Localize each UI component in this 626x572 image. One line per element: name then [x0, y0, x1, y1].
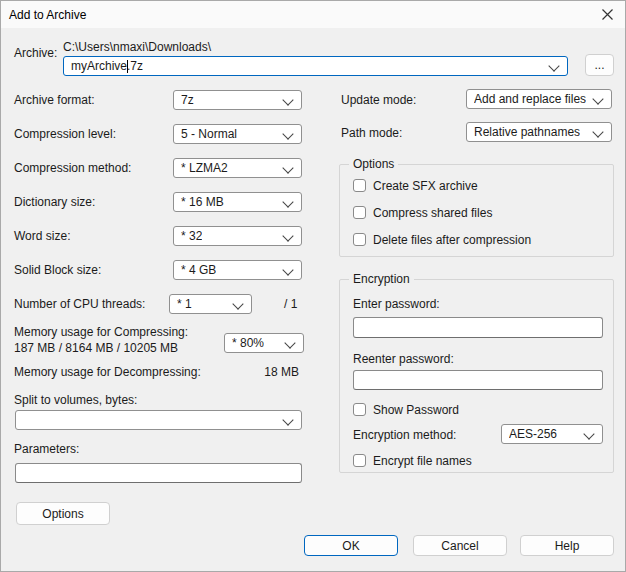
solid-block-size-label: Solid Block size: — [14, 263, 101, 277]
options-group-title: Options — [349, 157, 398, 171]
chevron-down-icon — [282, 230, 293, 241]
cpu-threads-value: * 1 — [177, 297, 192, 311]
encryption-method-label: Encryption method: — [353, 428, 456, 442]
ok-button-label: OK — [342, 539, 359, 553]
split-volumes-label: Split to volumes, bytes: — [14, 393, 137, 407]
memory-compress-label: Memory usage for Compressing: — [14, 325, 188, 339]
cpu-threads-label: Number of CPU threads: — [14, 297, 145, 311]
split-volumes-combobox[interactable] — [15, 410, 302, 430]
checkbox-icon — [353, 206, 366, 219]
memory-decompress-label: Memory usage for Decompressing: — [14, 365, 201, 379]
create-sfx-label: Create SFX archive — [373, 179, 478, 193]
cancel-button[interactable]: Cancel — [413, 535, 507, 556]
memory-compress-select[interactable]: * 80% — [224, 333, 304, 353]
checkbox-compress-shared[interactable]: Compress shared files — [353, 205, 492, 220]
reenter-password-label: Reenter password: — [353, 352, 454, 366]
compression-method-select[interactable]: * LZMA2 — [173, 158, 302, 178]
chevron-down-icon — [592, 93, 603, 104]
chevron-down-icon — [282, 196, 293, 207]
memory-decompress-value: 18 MB — [241, 365, 299, 379]
archive-label: Archive: — [14, 46, 57, 60]
parameters-label: Parameters: — [14, 442, 79, 456]
help-button[interactable]: Help — [520, 535, 614, 556]
checkbox-icon — [353, 179, 366, 192]
checkbox-show-password[interactable]: Show Password — [353, 402, 459, 417]
archive-name-combobox[interactable]: myArchive.7z — [63, 56, 568, 76]
encryption-group-title: Encryption — [349, 272, 414, 286]
chevron-down-icon — [548, 60, 559, 71]
checkbox-icon — [353, 454, 366, 467]
encrypt-names-label: Encrypt file names — [373, 454, 472, 468]
dictionary-size-select[interactable]: * 16 MB — [173, 192, 302, 212]
update-mode-label: Update mode: — [341, 93, 416, 107]
chevron-down-icon — [592, 126, 603, 137]
checkbox-encrypt-names[interactable]: Encrypt file names — [353, 453, 472, 468]
solid-block-size-value: * 4 GB — [181, 263, 216, 277]
archive-format-value: 7z — [181, 93, 194, 107]
parameters-input[interactable] — [15, 463, 302, 483]
path-mode-select[interactable]: Relative pathnames — [466, 122, 612, 142]
enter-password-label: Enter password: — [353, 297, 440, 311]
memory-compress-detail: 187 MB / 8164 MB / 10205 MB — [14, 341, 178, 355]
checkbox-icon — [353, 233, 366, 246]
compression-level-select[interactable]: 5 - Normal — [173, 124, 302, 144]
compress-shared-label: Compress shared files — [373, 206, 492, 220]
path-mode-value: Relative pathnames — [474, 125, 580, 139]
checkbox-create-sfx[interactable]: Create SFX archive — [353, 178, 478, 193]
browse-button-label: ... — [594, 58, 604, 72]
chevron-down-icon — [232, 298, 243, 309]
options-button[interactable]: Options — [16, 502, 110, 525]
window-title: Add to Archive — [9, 8, 86, 22]
chevron-down-icon — [282, 414, 293, 425]
dictionary-size-label: Dictionary size: — [14, 195, 95, 209]
compression-level-value: 5 - Normal — [181, 127, 237, 141]
chevron-down-icon — [583, 428, 594, 439]
close-button[interactable] — [591, 1, 623, 27]
checkbox-delete-after[interactable]: Delete files after compression — [353, 232, 531, 247]
solid-block-size-select[interactable]: * 4 GB — [173, 260, 302, 280]
memory-compress-value: * 80% — [232, 336, 264, 350]
encryption-method-value: AES-256 — [509, 427, 557, 441]
word-size-value: * 32 — [181, 229, 202, 243]
title-bar[interactable]: Add to Archive — [1, 1, 625, 28]
word-size-select[interactable]: * 32 — [173, 226, 302, 246]
add-to-archive-dialog: Add to Archive Archive: C:\Users\nmaxi\D… — [0, 0, 626, 572]
help-button-label: Help — [555, 539, 580, 553]
path-mode-label: Path mode: — [341, 126, 402, 140]
options-button-label: Options — [42, 507, 83, 521]
compression-level-label: Compression level: — [14, 127, 116, 141]
archive-format-label: Archive format: — [14, 93, 95, 107]
browse-button[interactable]: ... — [585, 54, 614, 76]
dictionary-size-value: * 16 MB — [181, 195, 224, 209]
compression-method-value: * LZMA2 — [181, 161, 228, 175]
chevron-down-icon — [282, 162, 293, 173]
close-icon — [601, 8, 614, 21]
encryption-method-select[interactable]: AES-256 — [501, 424, 603, 444]
cpu-threads-select[interactable]: * 1 — [169, 294, 252, 314]
compression-method-label: Compression method: — [14, 161, 131, 175]
update-mode-value: Add and replace files — [474, 92, 586, 106]
word-size-label: Word size: — [14, 229, 70, 243]
archive-dir-path: C:\Users\nmaxi\Downloads\ — [63, 40, 211, 54]
cancel-button-label: Cancel — [441, 539, 478, 553]
cpu-threads-max: / 1 — [284, 297, 297, 311]
delete-after-label: Delete files after compression — [373, 233, 531, 247]
chevron-down-icon — [284, 337, 295, 348]
chevron-down-icon — [282, 94, 293, 105]
enter-password-input[interactable] — [353, 317, 603, 338]
checkbox-icon — [353, 403, 366, 416]
archive-format-select[interactable]: 7z — [173, 90, 302, 110]
show-password-label: Show Password — [373, 403, 459, 417]
chevron-down-icon — [282, 128, 293, 139]
reenter-password-input[interactable] — [353, 370, 603, 390]
ok-button[interactable]: OK — [304, 535, 398, 556]
text-caret — [127, 60, 128, 73]
archive-name-value: myArchive.7z — [71, 59, 143, 73]
update-mode-select[interactable]: Add and replace files — [466, 89, 612, 109]
chevron-down-icon — [282, 264, 293, 275]
